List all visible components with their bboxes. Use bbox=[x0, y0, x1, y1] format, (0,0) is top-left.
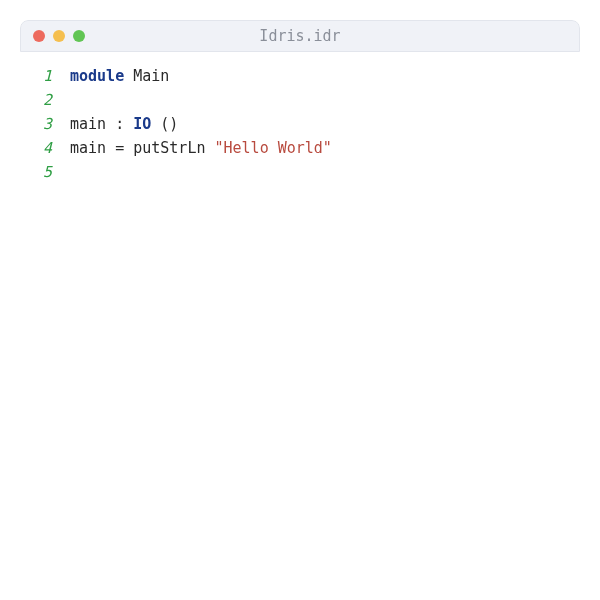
code-token-type: IO bbox=[133, 115, 151, 133]
line-number: 2 bbox=[20, 91, 70, 109]
editor-window: Idris.idr 1module Main23main : IO ()4mai… bbox=[20, 20, 580, 196]
line-number: 4 bbox=[20, 139, 70, 157]
code-token-keyword: module bbox=[70, 67, 124, 85]
titlebar: Idris.idr bbox=[20, 20, 580, 52]
code-content[interactable]: module Main bbox=[70, 67, 169, 85]
line-number: 3 bbox=[20, 115, 70, 133]
maximize-icon[interactable] bbox=[73, 30, 85, 42]
close-icon[interactable] bbox=[33, 30, 45, 42]
traffic-lights bbox=[33, 30, 85, 42]
code-token-plain: main = putStrLn bbox=[70, 139, 215, 157]
code-token-plain: Main bbox=[124, 67, 169, 85]
code-line[interactable]: 3main : IO () bbox=[20, 112, 580, 136]
line-number: 5 bbox=[20, 163, 70, 181]
code-editor[interactable]: 1module Main23main : IO ()4main = putStr… bbox=[20, 52, 580, 196]
code-token-string: "Hello World" bbox=[215, 139, 332, 157]
code-line[interactable]: 2 bbox=[20, 88, 580, 112]
line-number: 1 bbox=[20, 67, 70, 85]
code-line[interactable]: 5 bbox=[20, 160, 580, 184]
code-token-plain: main : bbox=[70, 115, 133, 133]
code-content[interactable]: main : IO () bbox=[70, 115, 178, 133]
code-line[interactable]: 1module Main bbox=[20, 64, 580, 88]
code-line[interactable]: 4main = putStrLn "Hello World" bbox=[20, 136, 580, 160]
code-token-plain: () bbox=[151, 115, 178, 133]
code-content[interactable]: main = putStrLn "Hello World" bbox=[70, 139, 332, 157]
window-title: Idris.idr bbox=[33, 27, 567, 45]
minimize-icon[interactable] bbox=[53, 30, 65, 42]
